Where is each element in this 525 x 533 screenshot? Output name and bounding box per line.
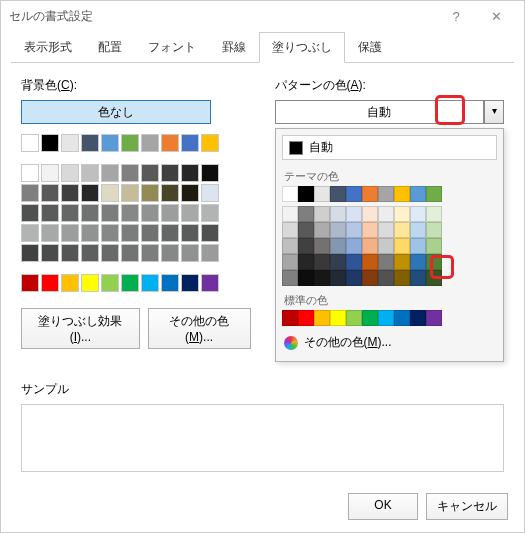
- color-swatch[interactable]: [101, 274, 119, 292]
- color-swatch[interactable]: [181, 204, 199, 222]
- color-swatch[interactable]: [101, 164, 119, 182]
- color-swatch[interactable]: [378, 270, 394, 286]
- tab-fill[interactable]: 塗りつぶし: [259, 32, 345, 63]
- color-swatch[interactable]: [121, 184, 139, 202]
- color-swatch[interactable]: [201, 274, 219, 292]
- color-swatch[interactable]: [21, 244, 39, 262]
- color-swatch[interactable]: [21, 204, 39, 222]
- color-swatch[interactable]: [314, 222, 330, 238]
- color-swatch[interactable]: [101, 184, 119, 202]
- color-swatch[interactable]: [21, 134, 39, 152]
- color-swatch[interactable]: [410, 270, 426, 286]
- color-swatch[interactable]: [394, 238, 410, 254]
- more-colors-button[interactable]: その他の色(M)...: [148, 308, 251, 349]
- no-color-button[interactable]: 色なし: [21, 100, 211, 124]
- color-swatch[interactable]: [298, 254, 314, 270]
- color-swatch[interactable]: [41, 184, 59, 202]
- help-button[interactable]: ?: [436, 9, 476, 24]
- color-swatch[interactable]: [161, 204, 179, 222]
- tab-number-format[interactable]: 表示形式: [11, 32, 85, 63]
- color-swatch[interactable]: [161, 224, 179, 242]
- color-swatch[interactable]: [378, 186, 394, 202]
- color-swatch[interactable]: [141, 164, 159, 182]
- color-swatch[interactable]: [346, 238, 362, 254]
- tab-alignment[interactable]: 配置: [85, 32, 135, 63]
- color-swatch[interactable]: [61, 224, 79, 242]
- color-swatch[interactable]: [121, 164, 139, 182]
- cancel-button[interactable]: キャンセル: [426, 493, 508, 520]
- color-swatch[interactable]: [21, 224, 39, 242]
- color-swatch[interactable]: [141, 204, 159, 222]
- color-swatch[interactable]: [410, 206, 426, 222]
- color-swatch[interactable]: [330, 254, 346, 270]
- color-swatch[interactable]: [121, 224, 139, 242]
- color-swatch[interactable]: [121, 274, 139, 292]
- color-swatch[interactable]: [201, 204, 219, 222]
- dropdown-arrow-button[interactable]: ▾: [484, 100, 504, 124]
- color-swatch[interactable]: [61, 274, 79, 292]
- tab-border[interactable]: 罫線: [209, 32, 259, 63]
- color-swatch[interactable]: [181, 164, 199, 182]
- color-swatch[interactable]: [298, 270, 314, 286]
- auto-color-option[interactable]: 自動: [282, 135, 498, 160]
- color-swatch[interactable]: [201, 224, 219, 242]
- color-swatch[interactable]: [410, 310, 426, 326]
- color-swatch[interactable]: [394, 310, 410, 326]
- color-swatch[interactable]: [141, 224, 159, 242]
- color-swatch[interactable]: [181, 244, 199, 262]
- color-swatch[interactable]: [282, 270, 298, 286]
- color-swatch[interactable]: [314, 254, 330, 270]
- color-swatch[interactable]: [201, 134, 219, 152]
- color-swatch[interactable]: [362, 222, 378, 238]
- color-swatch[interactable]: [330, 206, 346, 222]
- color-swatch[interactable]: [101, 204, 119, 222]
- color-swatch[interactable]: [21, 274, 39, 292]
- color-swatch[interactable]: [282, 238, 298, 254]
- ok-button[interactable]: OK: [348, 493, 418, 520]
- color-swatch[interactable]: [81, 134, 99, 152]
- color-swatch[interactable]: [394, 186, 410, 202]
- color-swatch[interactable]: [330, 186, 346, 202]
- close-button[interactable]: ✕: [476, 9, 516, 24]
- color-swatch[interactable]: [81, 184, 99, 202]
- color-swatch[interactable]: [378, 310, 394, 326]
- color-swatch[interactable]: [362, 310, 378, 326]
- color-swatch[interactable]: [101, 224, 119, 242]
- color-swatch[interactable]: [61, 184, 79, 202]
- color-swatch[interactable]: [346, 254, 362, 270]
- fill-effects-button[interactable]: 塗りつぶし効果(I)...: [21, 308, 140, 349]
- color-swatch[interactable]: [61, 244, 79, 262]
- color-swatch[interactable]: [426, 222, 442, 238]
- color-swatch[interactable]: [362, 270, 378, 286]
- color-swatch[interactable]: [330, 310, 346, 326]
- color-swatch[interactable]: [141, 134, 159, 152]
- color-swatch[interactable]: [362, 238, 378, 254]
- color-swatch[interactable]: [282, 186, 298, 202]
- color-swatch[interactable]: [314, 270, 330, 286]
- color-swatch[interactable]: [161, 164, 179, 182]
- color-swatch[interactable]: [410, 186, 426, 202]
- color-swatch[interactable]: [378, 238, 394, 254]
- color-swatch[interactable]: [141, 244, 159, 262]
- color-swatch[interactable]: [362, 254, 378, 270]
- color-swatch[interactable]: [121, 134, 139, 152]
- color-swatch[interactable]: [394, 270, 410, 286]
- color-swatch[interactable]: [121, 204, 139, 222]
- color-swatch[interactable]: [161, 274, 179, 292]
- color-swatch[interactable]: [121, 244, 139, 262]
- color-swatch[interactable]: [410, 254, 426, 270]
- color-swatch[interactable]: [426, 254, 442, 270]
- color-swatch[interactable]: [330, 238, 346, 254]
- color-swatch[interactable]: [181, 184, 199, 202]
- color-swatch[interactable]: [181, 134, 199, 152]
- color-swatch[interactable]: [181, 224, 199, 242]
- color-swatch[interactable]: [81, 224, 99, 242]
- color-swatch[interactable]: [41, 134, 59, 152]
- color-swatch[interactable]: [346, 270, 362, 286]
- color-swatch[interactable]: [61, 164, 79, 182]
- color-swatch[interactable]: [410, 238, 426, 254]
- color-swatch[interactable]: [394, 222, 410, 238]
- color-swatch[interactable]: [314, 310, 330, 326]
- color-swatch[interactable]: [81, 244, 99, 262]
- color-swatch[interactable]: [21, 164, 39, 182]
